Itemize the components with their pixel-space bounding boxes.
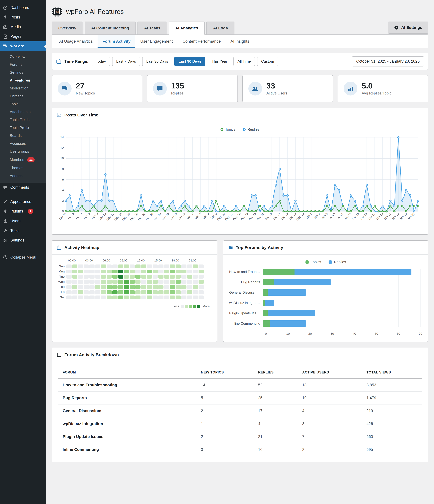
time-range-last-30-days-button[interactable]: Last 30 Days: [142, 57, 172, 66]
ai-chip-icon: AI: [52, 6, 62, 17]
sidebar-subitem-members[interactable]: Members11: [0, 155, 46, 164]
svg-text:Nov 6: Nov 6: [83, 212, 91, 220]
bar-chart-gridlines: [266, 269, 421, 327]
sidebar-item-wpforo[interactable]: wpForo: [0, 41, 46, 51]
heatmap-cell: [66, 264, 72, 268]
heatmap-cell: [175, 296, 181, 299]
heatmap-cell: [95, 270, 100, 273]
svg-text:Nov 4: Nov 4: [75, 212, 83, 220]
heatmap-cell: [124, 296, 129, 299]
table-row: Plugin Update Issues2217660: [58, 430, 422, 443]
time-range-last-7-days-button[interactable]: Last 7 Days: [112, 57, 140, 66]
svg-text:Nov 10: Nov 10: [98, 212, 107, 221]
tab-overview[interactable]: Overview: [52, 22, 83, 35]
heatmap-cell: [66, 296, 72, 299]
heatmap-cell: [175, 285, 181, 289]
time-range-this-year-button[interactable]: This Year: [208, 57, 231, 66]
appearance-icon: [3, 199, 8, 204]
sidebar-item-appearance[interactable]: Appearance: [0, 197, 46, 207]
cell-new_topics: 2: [196, 430, 253, 443]
sidebar-subitem-settings[interactable]: Settings: [0, 69, 46, 76]
heatmap-cell: [78, 280, 83, 284]
heatmap-cell: [141, 264, 146, 268]
heatmap-cell: [164, 280, 169, 284]
stat-card-replies: 135Replies: [147, 75, 238, 102]
heatmap-cell: [83, 296, 89, 299]
posts-over-time-legend: TopicsReplies: [58, 126, 422, 133]
avg-replies-icon: [344, 82, 357, 96]
heatmap-cell: [135, 275, 140, 279]
tab-ai-analytics[interactable]: AI Analytics: [169, 22, 205, 35]
tab-ai-logs[interactable]: AI Logs: [206, 22, 234, 35]
tab-ai-tasks[interactable]: AI Tasks: [138, 22, 167, 35]
sidebar-item-comments[interactable]: Comments: [0, 183, 46, 192]
svg-text:Nov 28: Nov 28: [169, 212, 178, 221]
sidebar-item-media[interactable]: Media: [0, 22, 46, 32]
sidebar-subitem-accesses[interactable]: Accesses: [0, 140, 46, 147]
forum-bar: [263, 279, 421, 285]
heatmap-cell: [141, 275, 146, 279]
sidebar-subitem-topic-prefix[interactable]: Topic Prefix: [0, 124, 46, 132]
sidebar-subitem-boards[interactable]: Boards: [0, 132, 46, 140]
tab-ai-content-indexing[interactable]: AI Content Indexing: [85, 22, 136, 35]
heatmap-cell: [170, 285, 175, 289]
heatmap-cell: [153, 264, 158, 268]
subtab-content-performance[interactable]: Content Performance: [177, 35, 226, 48]
heatmap-row: Thu: [58, 285, 211, 289]
sidebar-subitem-moderation[interactable]: Moderation: [0, 84, 46, 92]
heatmap-cell: [107, 280, 112, 284]
heatmap-cell: [66, 290, 72, 294]
legend-dot: [305, 260, 309, 264]
replies-icon: [153, 82, 167, 96]
legend-dot: [329, 260, 332, 264]
admin-sidebar: DashboardPostsMediaPageswpForoOverviewFo…: [0, 0, 46, 504]
ai-settings-button[interactable]: AI Settings: [388, 22, 428, 34]
sidebar-subitem-themes[interactable]: Themes: [0, 164, 46, 172]
sidebar-subitem-addons[interactable]: Addons: [0, 172, 46, 180]
forum-bar-row: wpDiscuz Integration: [229, 300, 422, 306]
time-range-today-button[interactable]: Today: [92, 57, 110, 66]
subtab-ai-usage-analytics[interactable]: AI Usage Analytics: [54, 35, 98, 48]
sidebar-item-pages[interactable]: Pages: [0, 32, 46, 41]
sidebar-item-posts[interactable]: Posts: [0, 12, 46, 22]
subtab-user-engagement[interactable]: User Engagement: [135, 35, 177, 48]
heatmap-cell: [107, 285, 112, 289]
heatmap-cell: [181, 280, 186, 284]
cell-active_users: 4: [298, 404, 362, 417]
line-chart-icon: [57, 112, 62, 117]
svg-text:Dec 6: Dec 6: [202, 212, 210, 220]
heatmap-cell: [89, 280, 94, 284]
subtab-forum-activity[interactable]: Forum Activity: [98, 35, 135, 48]
date-range-display[interactable]: October 31, 2025 - January 28, 2026: [352, 56, 424, 66]
svg-text:Jan 19: Jan 19: [375, 212, 384, 221]
sidebar-subitem-ai-features[interactable]: AI Features: [0, 76, 46, 84]
subtab-ai-insights[interactable]: AI Insights: [226, 35, 254, 48]
sidebar-subitem-usergroups[interactable]: Usergroups: [0, 147, 46, 155]
sidebar-subitem-topic-fields[interactable]: Topic Fields: [0, 116, 46, 124]
legend-dot: [221, 128, 223, 131]
forum-bar: [263, 269, 421, 275]
section-title: Activity Heatmap: [64, 245, 99, 250]
svg-text:Dec 22: Dec 22: [264, 212, 273, 221]
sidebar-subitem-attachments[interactable]: Attachments: [0, 108, 46, 116]
sidebar-item-tools[interactable]: Tools: [0, 226, 46, 235]
bar-segment-topics: [263, 310, 268, 316]
cell-active_users: 7: [298, 430, 362, 443]
collapse-menu-button[interactable]: Collapse Menu: [0, 252, 46, 262]
sidebar-subitem-tools[interactable]: Tools: [0, 100, 46, 108]
sidebar-subitem-forums[interactable]: Forums: [0, 61, 46, 69]
heatmap-cell: [153, 285, 158, 289]
sidebar-item-dashboard[interactable]: Dashboard: [0, 3, 46, 12]
time-range-all-time-button[interactable]: All Time: [233, 57, 255, 66]
sidebar-subitem-overview[interactable]: Overview: [0, 53, 46, 61]
time-range-custom-button[interactable]: Custom: [257, 57, 278, 66]
time-range-last-90-days-button[interactable]: Last 90 Days: [175, 57, 205, 66]
heatmap-cell: [95, 280, 100, 284]
sidebar-item-users[interactable]: Users: [0, 216, 46, 226]
forum-activity-table: FORUMNEW TOPICSREPLIESACTIVE USERSTOTAL …: [58, 366, 422, 456]
sidebar-item-settings[interactable]: Settings: [0, 235, 46, 245]
sidebar-subitem-phrases[interactable]: Phrases: [0, 92, 46, 100]
sidebar-item-plugins[interactable]: Plugins9: [0, 207, 46, 216]
heatmap-legend-less: Less: [173, 304, 179, 308]
cell-replies: 16: [254, 443, 298, 456]
